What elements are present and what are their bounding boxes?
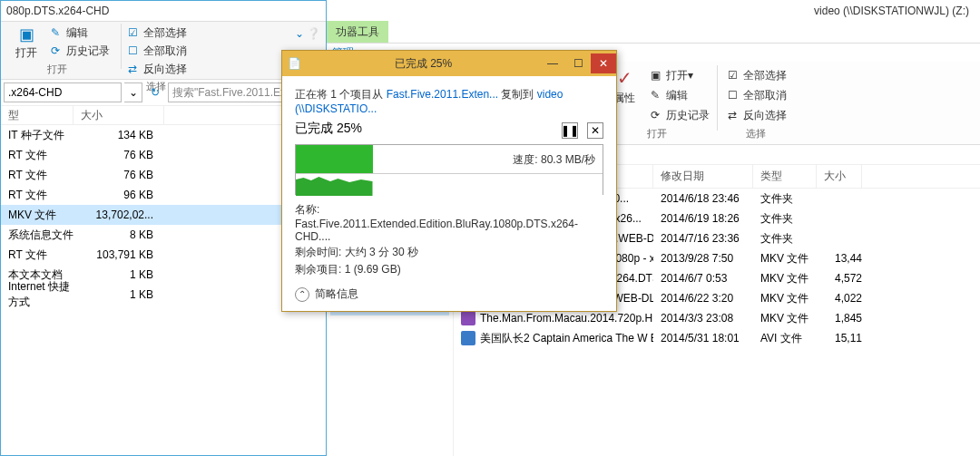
window-title-bar: video (\\DISKSTATIONWJL) (Z:) — [327, 0, 980, 21]
file-size: 13,702,02... — [74, 209, 164, 221]
progress-bar-speed — [296, 174, 603, 196]
file-row[interactable]: RT 文件103,791 KB — [1, 245, 326, 265]
open-button[interactable]: ▣ 打开 — [5, 24, 48, 61]
file-row[interactable]: MKV 文件13,702,02... — [1, 205, 326, 225]
file-size: 8 KB — [74, 228, 164, 241]
ribbon-tabs: 功器工具 — [327, 21, 980, 44]
copy-description: 正在将 1 个项目从 Fast.Five.2011.Exten... 复制到 v… — [295, 87, 603, 115]
file-row[interactable]: 美国队长2 Captain America The W Er ...2014/5… — [454, 328, 980, 348]
select-all-icon: ☑ — [725, 68, 740, 82]
minimize-button[interactable]: — — [540, 53, 565, 73]
ribbon-group-select: ☑全部选择 ☐全部取消 ⇄反向选择 选择 — [720, 65, 792, 141]
watermark-badge: 值 — [891, 429, 911, 449]
file-row[interactable]: RT 文件96 KB — [1, 185, 326, 205]
file-size: 96 KB — [74, 189, 164, 201]
watermark: 值 什么值得买 — [891, 429, 969, 449]
dialog-body: 正在将 1 个项目从 Fast.Five.2011.Exten... 复制到 v… — [282, 76, 616, 311]
file-type: 文件夹 — [753, 211, 817, 227]
col-size[interactable]: 大小 — [74, 106, 164, 124]
help-icon[interactable]: ⌄ ❔ — [295, 27, 320, 40]
file-size: 1,845 — [817, 312, 862, 325]
file-date: 2014/6/19 18:26 — [653, 212, 753, 225]
history-icon: ⟳ — [648, 108, 662, 122]
file-type: 系统信息文件 — [1, 228, 74, 243]
invert-icon: ⇄ — [725, 108, 740, 122]
file-type: MKV 文件 — [1, 208, 74, 223]
file-type: MKV 文件 — [753, 291, 817, 306]
file-size: 76 KB — [74, 149, 164, 161]
file-type: 文件夹 — [753, 191, 817, 207]
invert-button[interactable]: ⇄反向选择 — [125, 61, 187, 77]
address-dropdown[interactable]: ⌄ — [124, 82, 142, 102]
file-type: IT 种子文件 — [1, 128, 74, 143]
file-date: 2014/6/18 23:46 — [653, 192, 753, 205]
file-row[interactable]: 系统信息文件8 KB — [1, 225, 326, 245]
chevron-up-icon: ⌃ — [295, 287, 309, 302]
history-button[interactable]: ⟳历史记录 — [48, 43, 110, 59]
separator — [717, 65, 718, 131]
window-title: video (\\DISKSTATIONWJL) (Z:) — [814, 5, 969, 17]
maximize-button[interactable]: ☐ — [565, 53, 591, 73]
file-size: 4,022 — [817, 292, 862, 305]
edit-button[interactable]: ✎编辑 — [648, 86, 710, 104]
tab-drive-tools[interactable]: 功器工具 — [327, 21, 388, 43]
ribbon: ▣ 打开 ✎编辑 ⟳历史记录 打开 ☑全部选择 ☐全部取消 ⇄反向选择 选择 ⌄… — [1, 22, 326, 80]
file-size: 13,44 — [817, 252, 862, 265]
mkv-icon — [461, 311, 475, 325]
history-button[interactable]: ⟳历史记录 — [648, 106, 710, 124]
file-size: 76 KB — [74, 169, 164, 181]
file-date: 2014/7/16 23:36 — [653, 232, 753, 245]
fewer-details-toggle[interactable]: ⌃ 简略信息 — [295, 286, 603, 302]
col-type[interactable]: 型 — [1, 106, 74, 124]
file-type: RT 文件 — [1, 168, 74, 183]
col-size[interactable]: 大小 — [817, 165, 862, 188]
file-row[interactable]: Internet 快捷方式1 KB — [1, 285, 326, 305]
edit-button[interactable]: ✎编辑 — [48, 24, 110, 41]
select-all-button[interactable]: ☑全部选择 — [725, 66, 787, 84]
invert-icon: ⇄ — [125, 62, 140, 76]
deselect-icon: ☐ — [125, 44, 140, 58]
detail-remaining: 剩余项目: 1 (9.69 GB) — [295, 262, 603, 277]
detail-name: 名称: Fast.Five.2011.Extended.Edition.BluR… — [295, 202, 603, 243]
watermark-text: 什么值得买 — [915, 432, 969, 447]
file-row[interactable]: RT 文件76 KB — [1, 145, 326, 165]
source-link[interactable]: Fast.Five.2011.Exten... — [387, 88, 498, 101]
close-button[interactable]: ✕ — [591, 53, 616, 73]
select-all-button[interactable]: ☑全部选择 — [125, 24, 187, 41]
open-button[interactable]: ▣打开 ▾ — [648, 66, 710, 84]
col-date[interactable]: 修改日期 — [653, 165, 753, 188]
dialog-icon: 📄 — [288, 57, 301, 70]
ribbon-group-select: ☑全部选择 ☐全部取消 ⇄反向选择 选择 — [125, 24, 187, 77]
column-headers: 型 大小 — [1, 105, 326, 125]
file-size: 1 KB — [74, 268, 164, 281]
cancel-button[interactable]: ✕ — [587, 122, 603, 139]
file-type: MKV 文件 — [753, 271, 817, 286]
address-bar: .x264-CHD ⌄ ↻ 搜索"Fast.Five.2011.Extend — [1, 80, 326, 105]
deselect-button[interactable]: ☐全部取消 — [125, 43, 187, 59]
file-type: RT 文件 — [1, 247, 74, 263]
deselect-button[interactable]: ☐全部取消 — [725, 86, 787, 104]
dialog-title: 已完成 25% — [307, 56, 540, 72]
file-size: 134 KB — [74, 129, 164, 141]
select-all-icon: ☑ — [125, 25, 140, 40]
col-type[interactable]: 类型 — [753, 165, 817, 188]
file-size: 15,11 — [817, 332, 862, 344]
file-type: AVI 文件 — [753, 331, 817, 346]
file-type: MKV 文件 — [753, 311, 817, 326]
open-icon: ▣ — [15, 24, 37, 45]
copy-progress-dialog: 📄 已完成 25% — ☐ ✕ 正在将 1 个项目从 Fast.Five.201… — [281, 50, 617, 312]
refresh-button[interactable]: ↻ — [145, 82, 165, 102]
separator — [121, 24, 122, 69]
pause-button[interactable]: ❚❚ — [562, 122, 578, 139]
detail-time: 剩余时间: 大约 3 分 30 秒 — [295, 245, 603, 260]
file-row[interactable]: IT 种子文件134 KB — [1, 125, 326, 145]
address-input[interactable]: .x264-CHD — [4, 82, 122, 102]
file-date: 2014/6/22 3:20 — [653, 292, 753, 305]
file-type: RT 文件 — [1, 148, 74, 163]
file-row[interactable]: RT 文件76 KB — [1, 165, 326, 185]
dialog-title-bar[interactable]: 📄 已完成 25% — ☐ ✕ — [282, 51, 616, 76]
invert-button[interactable]: ⇄反向选择 — [725, 106, 787, 124]
speed-label: 速度: 80.3 MB/秒 — [513, 152, 595, 168]
file-date: 2014/5/31 18:01 — [653, 332, 753, 344]
file-type: MKV 文件 — [753, 251, 817, 267]
